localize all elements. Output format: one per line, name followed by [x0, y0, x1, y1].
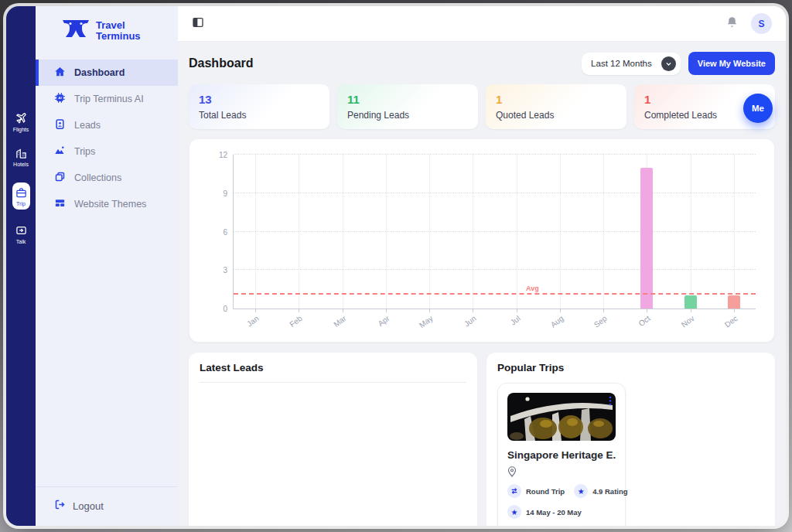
brand: Travel Terminus	[36, 6, 178, 55]
dashboard-content: Dashboard Last 12 Months View My Website…	[178, 42, 786, 526]
logout-icon	[54, 499, 66, 513]
star-icon: ★	[574, 484, 588, 498]
x-axis-label-Jul: Jul	[508, 314, 521, 326]
avatar[interactable]: S	[751, 13, 772, 34]
sidebar-item-label: Trips	[74, 146, 95, 157]
stat-label: Pending Leads	[347, 110, 468, 121]
sidebar-item-dashboard[interactable]: Dashboard	[36, 60, 178, 86]
x-axis-label-Apr: Apr	[376, 314, 391, 328]
chart-plot: 036912JanFebMarAprMayJunJulAugSepOctNovD…	[233, 155, 756, 309]
x-axis-tick-Mar	[343, 309, 343, 312]
rail-item-label: Trip	[16, 201, 26, 206]
star-icon: ★	[507, 505, 521, 519]
ai-chip-icon: AI	[54, 92, 66, 106]
trip-photo-singapore	[507, 393, 616, 441]
trip-card[interactable]: Singapore Heritage E... Round Trip	[497, 383, 626, 526]
sidebar-item-trips[interactable]: Trips	[36, 138, 178, 165]
me-floating-button[interactable]: Me	[743, 94, 773, 123]
gridline-x-Aug	[560, 155, 561, 309]
app-window: Flights Hotels Trip Talk	[6, 6, 786, 526]
rail-item-label: Talk	[16, 239, 26, 244]
x-axis-tick-Jan	[255, 309, 256, 312]
latest-leads-panel: Latest Leads	[189, 353, 477, 526]
x-axis-label-Jan: Jan	[245, 314, 260, 328]
gridline-y-6	[234, 231, 756, 232]
brand-name: Travel Terminus	[96, 20, 141, 42]
sidebar-nav: Dashboard AI Trip Terminus AI Leads Trip…	[36, 60, 178, 217]
rail-item-flights[interactable]: Flights	[13, 113, 29, 132]
gridline-x-Dec	[734, 155, 735, 309]
gridline-x-Apr	[386, 155, 387, 309]
sidebar-item-label: Trip Terminus AI	[74, 94, 144, 104]
x-axis-tick-Oct	[647, 309, 647, 312]
rail-item-label: Hotels	[13, 162, 29, 167]
average-line-label: Avg	[526, 285, 539, 292]
svg-text:AI: AI	[58, 96, 61, 100]
chevron-down-icon	[661, 56, 676, 71]
view-my-website-button[interactable]: View My Website	[688, 52, 775, 75]
stat-cards: 13 Total Leads 11 Pending Leads 1 Quoted…	[189, 84, 775, 129]
x-axis-label-Aug: Aug	[549, 314, 565, 329]
icon-rail: Flights Hotels Trip Talk	[6, 6, 36, 526]
rail-item-hotels[interactable]: Hotels	[13, 148, 29, 167]
x-axis-tick-Dec	[734, 309, 735, 312]
gridline-x-May	[429, 155, 430, 309]
stat-label: Total Leads	[199, 110, 319, 121]
stat-value: 13	[199, 93, 319, 106]
stat-card-pending-leads: 11 Pending Leads	[337, 84, 478, 129]
sidebar-item-label: Collections	[74, 172, 121, 183]
y-axis-tick-6: 6	[223, 228, 227, 237]
hotel-icon	[15, 148, 27, 159]
x-axis-label-Mar: Mar	[332, 314, 347, 329]
bar-Nov	[684, 295, 697, 309]
rail-item-label: Flights	[13, 127, 29, 132]
x-axis-label-Jun: Jun	[463, 314, 477, 328]
sidebar-item-website-themes[interactable]: Website Themes	[36, 191, 178, 217]
divider	[200, 382, 466, 383]
logout-button[interactable]: Logout	[36, 486, 178, 526]
home-icon	[54, 66, 66, 80]
gridline-y-12	[234, 154, 756, 155]
travel-terminus-logo-icon	[62, 18, 90, 44]
logout-label: Logout	[73, 500, 104, 512]
x-axis-tick-Sep	[603, 309, 604, 312]
gridline-y-3	[234, 269, 756, 270]
rating-badge: ★ 4.9 Rating	[574, 484, 627, 498]
gridline-y-9	[234, 193, 756, 193]
stacked-squares-icon	[54, 171, 66, 185]
gridline-x-Feb	[299, 155, 299, 309]
stat-value: 1	[496, 93, 616, 106]
y-axis-tick-12: 12	[219, 151, 227, 159]
rail-item-talk[interactable]: Talk	[15, 225, 27, 244]
date-range-dropdown[interactable]: Last 12 Months	[582, 53, 681, 75]
sidebar-item-collections[interactable]: Collections	[36, 165, 178, 191]
sidebar: Travel Terminus Dashboard AI Trip Termin…	[36, 6, 178, 526]
bar-Dec	[728, 295, 740, 309]
badge-label: Round Trip	[526, 487, 565, 496]
stat-value: 11	[347, 93, 468, 106]
average-line	[234, 293, 756, 295]
gridline-x-Sep	[603, 155, 604, 309]
x-axis-label-Oct: Oct	[637, 314, 652, 328]
sidebar-toggle-icon[interactable]	[192, 16, 204, 32]
rail-item-trip[interactable]: Trip	[12, 182, 30, 210]
chat-icon	[15, 225, 27, 237]
x-axis-tick-Jul	[517, 309, 517, 312]
bar-Oct	[640, 168, 653, 309]
sidebar-item-leads[interactable]: Leads	[36, 112, 178, 138]
panel-title: Latest Leads	[200, 362, 466, 373]
page-title: Dashboard	[189, 56, 254, 70]
round-trip-icon	[507, 484, 521, 498]
briefcase-icon	[15, 187, 27, 199]
sidebar-item-trip-terminus-ai[interactable]: AI Trip Terminus AI	[36, 86, 178, 112]
gridline-x-Mar	[343, 155, 343, 309]
x-axis-tick-Aug	[560, 309, 561, 312]
x-axis-label-Sep: Sep	[592, 314, 609, 329]
layout-grid-icon	[54, 197, 66, 211]
date-badge: ★ 14 May - 20 May	[507, 505, 582, 519]
x-axis-label-Nov: Nov	[679, 314, 695, 329]
plane-icon	[15, 113, 27, 124]
x-axis-label-May: May	[418, 314, 435, 329]
bell-icon[interactable]	[725, 15, 739, 32]
mountains-icon	[54, 145, 66, 159]
